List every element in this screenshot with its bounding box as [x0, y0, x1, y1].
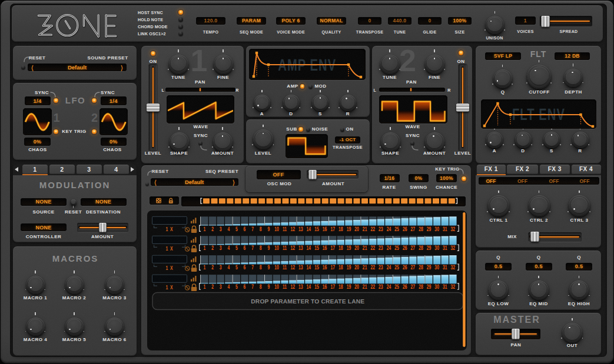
- svg-text:10: 10: [274, 226, 279, 233]
- svg-text:4: 4: [227, 226, 230, 233]
- svg-text:1 X: 1 X: [166, 226, 174, 233]
- svg-text:23: 23: [379, 245, 383, 252]
- svg-text:32: 32: [451, 245, 456, 252]
- svg-text:25: 25: [394, 226, 399, 233]
- svg-text:19: 19: [347, 264, 351, 271]
- svg-text:27: 27: [411, 245, 416, 252]
- svg-text:1: 1: [204, 226, 206, 233]
- svg-text:30: 30: [434, 226, 439, 233]
- svg-text:28: 28: [419, 283, 423, 290]
- svg-text:21: 21: [363, 283, 367, 290]
- svg-text:24: 24: [387, 226, 391, 233]
- svg-text:21: 21: [363, 245, 367, 252]
- svg-text:2: 2: [211, 264, 214, 271]
- svg-text:32: 32: [451, 283, 456, 290]
- svg-text:3: 3: [220, 264, 222, 271]
- svg-text:26: 26: [403, 264, 407, 271]
- svg-text:10: 10: [274, 283, 279, 290]
- svg-text:24: 24: [387, 264, 391, 271]
- svg-text:22: 22: [370, 283, 375, 290]
- svg-text:7: 7: [251, 245, 254, 252]
- svg-text:11: 11: [283, 226, 287, 233]
- svg-text:30: 30: [434, 245, 439, 252]
- svg-text:14: 14: [307, 226, 311, 233]
- svg-text:27: 27: [411, 283, 416, 290]
- svg-text:31: 31: [443, 283, 447, 290]
- svg-text:2: 2: [211, 283, 214, 290]
- svg-text:12: 12: [290, 245, 295, 252]
- svg-text:32: 32: [451, 264, 456, 271]
- svg-text:17: 17: [330, 226, 335, 233]
- svg-text:2: 2: [211, 245, 214, 252]
- svg-text:28: 28: [419, 226, 423, 233]
- svg-text:23: 23: [379, 226, 383, 233]
- svg-text:19: 19: [347, 226, 351, 233]
- svg-text:20: 20: [354, 264, 359, 271]
- svg-text:6: 6: [244, 226, 246, 233]
- svg-text:1 X: 1 X: [166, 246, 174, 252]
- svg-text:26: 26: [403, 283, 407, 290]
- svg-text:17: 17: [330, 245, 335, 252]
- svg-text:3: 3: [220, 245, 222, 252]
- svg-text:31: 31: [443, 226, 447, 233]
- svg-text:15: 15: [314, 245, 319, 252]
- svg-text:29: 29: [427, 283, 432, 290]
- svg-text:5: 5: [235, 245, 238, 252]
- svg-text:22: 22: [370, 226, 375, 233]
- svg-text:18: 18: [338, 283, 343, 290]
- svg-text:5: 5: [235, 264, 238, 271]
- svg-text:3: 3: [220, 226, 222, 233]
- svg-text:26: 26: [403, 245, 407, 252]
- svg-text:9: 9: [267, 283, 270, 290]
- svg-text:9: 9: [267, 245, 270, 252]
- svg-text:14: 14: [307, 245, 311, 252]
- svg-text:9: 9: [267, 264, 270, 271]
- svg-text:1 X: 1 X: [166, 265, 174, 272]
- svg-text:27: 27: [411, 264, 416, 271]
- svg-text:22: 22: [370, 264, 375, 271]
- svg-text:15: 15: [314, 226, 319, 233]
- svg-text:23: 23: [379, 283, 383, 290]
- svg-text:22: 22: [370, 245, 375, 252]
- svg-text:29: 29: [427, 245, 432, 252]
- svg-text:31: 31: [443, 245, 447, 252]
- svg-text:20: 20: [354, 283, 359, 290]
- svg-text:13: 13: [298, 264, 303, 271]
- svg-text:1: 1: [204, 264, 206, 271]
- svg-text:19: 19: [347, 283, 351, 290]
- svg-text:7: 7: [251, 283, 254, 290]
- svg-text:5: 5: [235, 226, 238, 233]
- svg-text:11: 11: [283, 283, 287, 290]
- svg-text:7: 7: [251, 264, 254, 271]
- svg-text:14: 14: [307, 283, 311, 290]
- svg-text:4: 4: [227, 264, 230, 271]
- svg-text:27: 27: [411, 226, 416, 233]
- svg-text:11: 11: [283, 264, 287, 271]
- svg-text:8: 8: [260, 264, 262, 271]
- svg-text:29: 29: [427, 226, 432, 233]
- svg-text:25: 25: [394, 245, 399, 252]
- svg-text:17: 17: [330, 264, 335, 271]
- svg-text:26: 26: [403, 226, 407, 233]
- svg-text:18: 18: [338, 264, 343, 271]
- svg-text:4: 4: [227, 245, 230, 252]
- svg-text:20: 20: [354, 245, 359, 252]
- svg-text:19: 19: [347, 245, 351, 252]
- svg-text:13: 13: [298, 226, 303, 233]
- svg-text:32: 32: [451, 226, 456, 233]
- svg-text:31: 31: [443, 264, 447, 271]
- svg-text:8: 8: [260, 245, 262, 252]
- svg-text:30: 30: [434, 283, 439, 290]
- svg-text:25: 25: [394, 283, 399, 290]
- svg-text:24: 24: [387, 283, 391, 290]
- svg-text:8: 8: [260, 226, 262, 233]
- svg-text:12: 12: [290, 226, 295, 233]
- svg-text:1: 1: [204, 283, 206, 290]
- svg-text:18: 18: [338, 226, 343, 233]
- svg-text:10: 10: [274, 245, 279, 252]
- svg-text:25: 25: [394, 264, 399, 271]
- svg-text:21: 21: [363, 226, 367, 233]
- svg-text:6: 6: [244, 283, 246, 290]
- svg-text:16: 16: [323, 245, 327, 252]
- svg-text:20: 20: [354, 226, 359, 233]
